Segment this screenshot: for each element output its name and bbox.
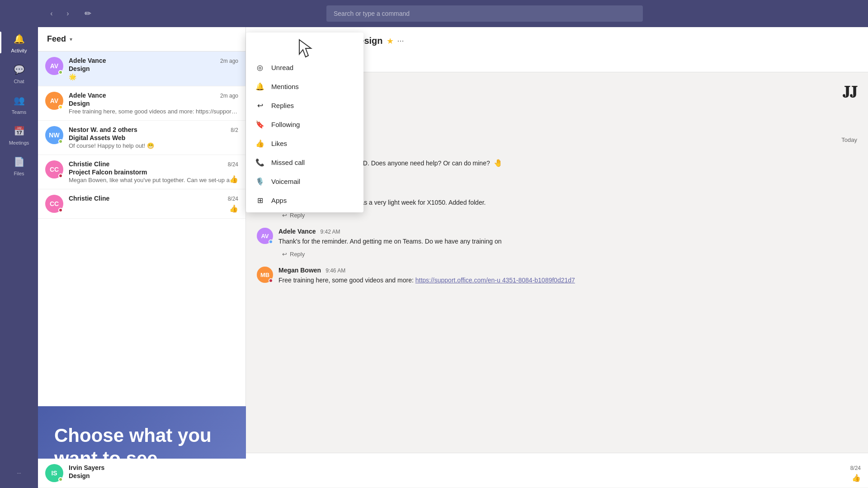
feed-item-channel: Design	[69, 472, 861, 479]
message-author: Megan Bowen	[278, 267, 321, 274]
sidebar-item-meetings-label: Meetings	[9, 140, 29, 145]
jj-monogram: 𝐉𝐉	[843, 83, 857, 100]
message-text: Free training here, some good videos and…	[278, 276, 857, 285]
feed-item-time: 8/24	[228, 161, 238, 168]
feed-item-header: Nestor W. and 2 others 8/2	[69, 126, 238, 133]
feed-item-name: Christie Cline	[69, 160, 109, 168]
date-label: Today	[841, 136, 857, 143]
dropdown-label-mentions: Mentions	[271, 83, 299, 90]
reply-icon: ↩	[282, 251, 287, 258]
chat-icon: 💬	[12, 62, 26, 77]
feed-item-name: Irvin Sayers	[69, 464, 104, 471]
sidebar-item-activity[interactable]: 🔔 Activity	[0, 27, 38, 58]
dropdown-item-voicemail[interactable]: 🎙️ Voicemail	[246, 172, 363, 191]
missed-call-icon: 📞	[255, 157, 265, 167]
feed-item-reaction: 👍	[229, 204, 238, 213]
avatar: CC	[45, 160, 63, 178]
message-header: Megan Bowen 9:46 AM	[278, 267, 857, 274]
dropdown-item-missed-call[interactable]: 📞 Missed call	[246, 153, 363, 172]
sidebar-item-teams-label: Teams	[12, 109, 26, 115]
unread-icon: ◎	[255, 62, 265, 72]
dropdown-item-mentions[interactable]: 🔔 Mentions	[246, 77, 363, 96]
avatar: AV	[45, 57, 63, 75]
reply-icon: ↩	[282, 212, 287, 219]
files-icon: 📄	[12, 155, 26, 169]
avatar: IS	[45, 464, 63, 482]
sidebar-item-teams[interactable]: 👥 Teams	[0, 89, 38, 119]
teams-icon: 👥	[12, 93, 26, 108]
reply-button[interactable]: ↩ Reply	[278, 249, 308, 259]
status-dot-available	[58, 477, 63, 482]
reply-label: Reply	[290, 251, 305, 258]
feed-item-irvin[interactable]: IS Irvin Sayers 8/24 Design 👍	[38, 459, 868, 488]
feed-item[interactable]: AV Adele Vance 2m ago Design Free traini…	[38, 86, 245, 121]
message-body: Joni Sherman 9:39 AM Mine's done. Then a…	[278, 189, 857, 221]
feed-item-content: Christie Cline 8/24 Project Falcon brain…	[69, 160, 238, 183]
feed-item-emoji: 🌟	[69, 73, 238, 80]
feed-item-content: Irvin Sayers 8/24 Design	[69, 464, 861, 482]
message-reaction: 🤚	[494, 159, 503, 167]
forward-button[interactable]: ›	[61, 7, 74, 20]
sidebar-item-more[interactable]: ...	[0, 465, 38, 479]
back-button[interactable]: ‹	[45, 7, 58, 20]
feed-item-channel: Design	[69, 65, 238, 72]
feed-dropdown-icon[interactable]: ▾	[70, 36, 72, 42]
meetings-icon: 📅	[12, 124, 26, 138]
message-author: Adele Vance	[278, 228, 316, 235]
message-time: 9:46 AM	[326, 267, 345, 274]
reply-label: Reply	[290, 212, 305, 219]
cursor-icon	[296, 38, 314, 58]
channel-star-icon[interactable]: ★	[387, 36, 394, 46]
dropdown-label-voicemail: Voicemail	[271, 178, 300, 185]
replies-icon: ↩	[255, 100, 265, 110]
sidebar-item-meetings[interactable]: 📅 Meetings	[0, 119, 38, 150]
compose-button[interactable]: ✏	[81, 7, 94, 20]
feed-item[interactable]: AV Adele Vance 2m ago Design 🌟	[38, 52, 245, 86]
dropdown-item-replies[interactable]: ↩ Replies	[246, 96, 363, 115]
sidebar: 🔔 Activity 💬 Chat 👥 Teams 📅 Meetings 📄 F…	[0, 0, 38, 488]
feed-item-time: 8/2	[231, 127, 238, 133]
feed-item-header: Christie Cline 8/24	[69, 195, 238, 202]
feed-title: Feed	[47, 34, 66, 44]
message-group: AV Adele Vance 9:42 AM Thank's for the r…	[257, 228, 857, 259]
feed-item-header: Adele Vance 2m ago	[69, 92, 238, 99]
voicemail-icon: 🎙️	[255, 176, 265, 186]
feed-item-time: 2m ago	[220, 93, 238, 99]
message-avatar: AV	[257, 228, 273, 244]
feed-item-time: 2m ago	[220, 58, 238, 64]
dropdown-item-unread[interactable]: ◎ Unread	[246, 58, 363, 77]
message-content: Free training here, some good videos and…	[278, 277, 415, 284]
feed-panel: Feed ▾ AV Adele Vance 2m ago Design 🌟 AV	[38, 27, 246, 488]
sidebar-item-files[interactable]: 📄 Files	[0, 150, 38, 181]
feed-item-channel: Project Falcon brainstorm	[69, 169, 238, 176]
feed-item[interactable]: CC Christie Cline 8/24 Project Falcon br…	[38, 155, 245, 189]
sidebar-item-chat[interactable]: 💬 Chat	[0, 58, 38, 89]
feed-item[interactable]: CC Christie Cline 8/24 👍	[38, 189, 245, 219]
avatar: CC	[45, 195, 63, 213]
status-dot-available	[58, 70, 63, 75]
message-link[interactable]: https://support.office.com/en-u 4351-808…	[415, 277, 575, 284]
feed-item-content: Adele Vance 2m ago Design Free training …	[69, 92, 238, 115]
dropdown-label-unread: Unread	[271, 64, 293, 71]
message-status-dot	[269, 239, 273, 244]
feed-item-content: Adele Vance 2m ago Design 🌟	[69, 57, 238, 80]
dropdown-item-likes[interactable]: 👍 Likes	[246, 134, 363, 153]
message-header: Joni Sherman 9:39 AM	[278, 189, 857, 196]
dropdown-item-following[interactable]: 🔖 Following	[246, 115, 363, 134]
status-dot-busy	[58, 174, 63, 178]
feed-item[interactable]: NW Nestor W. and 2 others 8/2 Digital As…	[38, 121, 245, 155]
status-dot-away	[58, 105, 63, 109]
message-time: 9:42 AM	[321, 229, 340, 235]
feed-item-name: Nestor W. and 2 others	[69, 126, 137, 133]
svg-marker-0	[299, 40, 311, 57]
feed-item-time: 8/24	[228, 196, 238, 202]
message-text: Mine's done. Then again, it was a very l…	[278, 198, 857, 207]
mentions-icon: 🔔	[255, 81, 265, 91]
channel-more-button[interactable]: ···	[397, 36, 404, 46]
search-placeholder: Search or type a command	[334, 10, 410, 17]
message-header: Megan Bowen 9:32 AM	[278, 149, 857, 156]
dropdown-item-apps[interactable]: ⊞ Apps	[246, 191, 363, 210]
dropdown-label-apps: Apps	[271, 197, 287, 204]
search-bar[interactable]: Search or type a command	[326, 5, 643, 22]
message-avatar: MB	[257, 267, 273, 283]
